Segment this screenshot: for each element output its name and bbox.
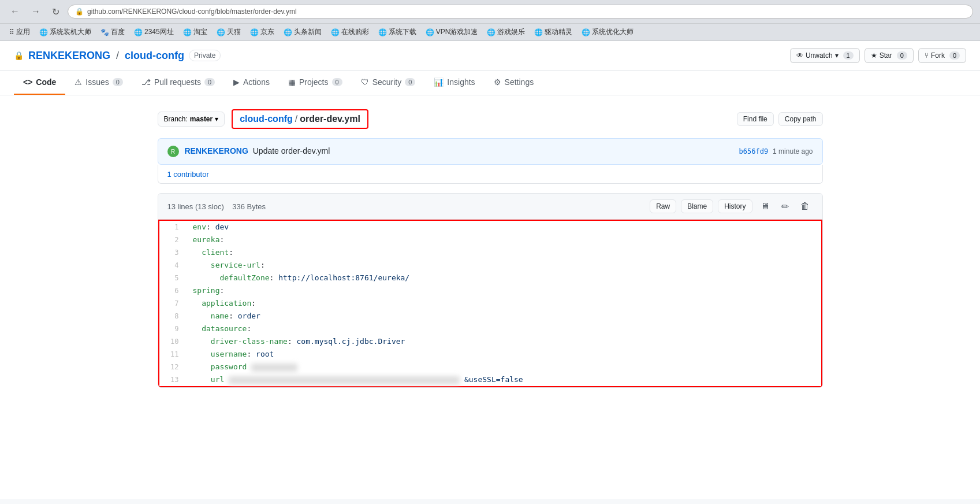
settings-icon: ⚙ [494,77,501,87]
bookmark-1[interactable]: 🌐 系统装机大师 [37,26,94,38]
url-bar[interactable]: 🔒 github.com/RENKEKERONG/cloud-confg/blo… [68,5,973,18]
code-line-2: 2 eureka: [159,234,821,246]
code-line-1: 1 env: dev [159,221,821,234]
repo-header: 🔒 RENKEKERONG / cloud-confg Private 👁 Un… [0,41,980,71]
code-line-3: 3 client: [159,246,821,259]
bookmark-apps[interactable]: ⠿ 应用 [7,26,32,38]
code-line-8: 8 name: order [159,310,821,323]
blame-button[interactable]: Blame [681,199,713,213]
bookmark-8[interactable]: 🌐 在线购彩 [329,26,371,38]
code-line-9: 9 datasource: [159,323,821,335]
bookmark-7[interactable]: 🌐 头条新闻 [281,26,324,38]
pr-icon: ⎇ [141,77,151,87]
repo-title: 🔒 RENKEKERONG / cloud-confg Private [14,50,221,62]
commit-info-left: R RENKEKERONG Update order-dev.yml [167,146,330,157]
repo-name-link[interactable]: cloud-confg [125,50,184,62]
nav-tab-settings[interactable]: ⚙ Settings [485,71,543,95]
commit-avatar: R [167,146,179,157]
issues-icon: ⚠ [74,77,82,87]
main-content: Branch: master ▾ cloud-confg / order-dev… [144,95,837,402]
forward-button[interactable]: → [28,5,44,18]
code-line-10: 10 driver-class-name: com.mysql.cj.jdbc.… [159,335,821,348]
fork-button[interactable]: ⑂ Fork 0 [918,48,966,63]
bookmark-9[interactable]: 🌐 系统下载 [376,26,419,38]
contributor-link[interactable]: 1 contributor [167,170,209,179]
bookmark-5[interactable]: 🌐 天猫 [214,26,243,38]
unwatch-button[interactable]: 👁 Unwatch ▾ 1 [790,48,860,63]
nav-tab-projects[interactable]: ▦ Projects 0 [279,71,352,95]
nav-tab-pullrequests[interactable]: ⎇ Pull requests 0 [132,71,224,95]
code-line-4: 4 service-url: [159,259,821,272]
bookmark-4[interactable]: 🌐 淘宝 [181,26,210,38]
bookmark-2[interactable]: 🐾 百度 [98,26,127,38]
commit-bar: R RENKEKERONG Update order-dev.yml b656f… [158,138,823,165]
bookmark-3[interactable]: 🌐 2345网址 [132,26,176,38]
nav-tab-security[interactable]: 🛡 Security 0 [352,71,425,95]
repo-owner-link[interactable]: RENKEKERONG [28,50,110,62]
code-line-7: 7 application: [159,297,821,310]
repo-action-buttons: 👁 Unwatch ▾ 1 ★ Star 0 ⑂ Fork 0 [790,48,966,63]
filepath-slash: / [295,114,297,124]
back-button[interactable]: ← [7,5,23,18]
filepath-breadcrumb: cloud-confg / order-dev.yml [232,109,368,129]
file-tools: Raw Blame History 🖥 ✏ 🗑 [650,199,813,213]
nav-tab-insights[interactable]: 📊 Insights [424,71,484,95]
commit-time: 1 minute ago [773,147,813,155]
commit-author-link[interactable]: RENKEKERONG [184,146,248,155]
actions-icon: ▶ [233,77,240,87]
delete-icon[interactable]: 🗑 [797,200,813,213]
file-stats: 13 lines (13 sloc) 336 Bytes [167,202,266,211]
insights-icon: 📊 [434,77,444,87]
bookmark-12[interactable]: 🌐 驱动精灵 [532,26,575,38]
url-text: github.com/RENKEKERONG/cloud-confg/blob/… [87,8,297,16]
bookmark-11[interactable]: 🌐 游戏娱乐 [485,26,527,38]
bookmark-6[interactable]: 🌐 京东 [248,26,277,38]
commit-meta: b656fd9 1 minute ago [739,147,813,155]
code-icon: <> [23,77,32,87]
security-icon: 🛡 [361,77,369,87]
repo-nav: <> Code ⚠ Issues 0 ⎇ Pull requests 0 ▶ A… [0,71,980,95]
filepath-bar: Branch: master ▾ cloud-confg / order-dev… [158,109,823,129]
find-file-button[interactable]: Find file [737,112,774,126]
bookmarks-bar: ⠿ 应用 🌐 系统装机大师 🐾 百度 🌐 2345网址 🌐 淘宝 🌐 天猫 🌐 … [0,24,980,41]
bookmark-13[interactable]: 🌐 系统优化大师 [579,26,636,38]
file-viewer: 13 lines (13 sloc) 336 Bytes Raw Blame H… [158,193,823,388]
github-page: 🔒 RENKEKERONG / cloud-confg Private 👁 Un… [0,41,980,499]
projects-icon: ▦ [288,77,296,87]
nav-tab-code[interactable]: <> Code [14,71,65,95]
history-button[interactable]: History [718,199,752,213]
code-body: 1 env: dev 2 eureka: 3 client: [158,220,822,387]
code-line-11: 11 username: root [159,348,821,361]
commit-info-container: R RENKEKERONG Update order-dev.yml b656f… [158,138,823,184]
commit-message: Update order-dev.yml [253,146,330,155]
lock-icon: 🔒 [75,8,84,16]
star-button[interactable]: ★ Star 0 [865,48,914,63]
branch-selector[interactable]: Branch: master ▾ [158,112,225,127]
edit-icon[interactable]: ✏ [778,200,792,213]
raw-button[interactable]: Raw [650,199,676,213]
copy-path-button[interactable]: Copy path [778,112,823,126]
code-line-5: 5 defaultZone: http://localhost:8761/eur… [159,272,821,284]
code-line-6: 6 spring: [159,284,821,297]
filepath-filename: order-dev.yml [300,114,360,124]
nav-tab-issues[interactable]: ⚠ Issues 0 [65,71,132,95]
file-viewer-header: 13 lines (13 sloc) 336 Bytes Raw Blame H… [158,194,822,220]
repo-separator: / [116,50,119,62]
commit-sha-link[interactable]: b656fd9 [739,147,769,155]
desktop-icon[interactable]: 🖥 [757,200,773,213]
repo-visibility-badge: Private [189,50,221,61]
nav-tab-actions[interactable]: ▶ Actions [224,71,279,95]
code-line-13: 13 url &useSSL=false [159,373,821,386]
browser-chrome: ← → ↻ 🔒 github.com/RENKEKERONG/cloud-con… [0,0,980,24]
code-line-12: 12 password [159,361,821,373]
bookmark-10[interactable]: 🌐 VPN游戏加速 [423,26,480,38]
refresh-button[interactable]: ↻ [49,5,63,18]
contributor-bar: 1 contributor [158,165,823,184]
repo-breadcrumb-link[interactable]: cloud-confg [240,114,293,124]
repo-lock-icon: 🔒 [14,51,24,60]
filepath-action-buttons: Find file Copy path [737,112,823,126]
